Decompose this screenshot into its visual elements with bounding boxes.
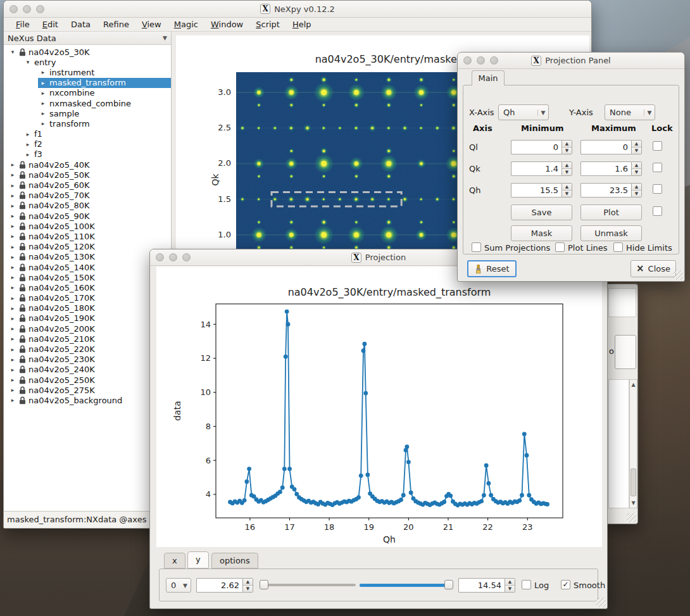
qk-min-spinbox[interactable]: 1.4 ▲▼	[511, 161, 572, 176]
tree-item-na04v2o5_50K[interactable]: ▸na04v2o5_50K	[4, 170, 171, 180]
maximize-window-button[interactable]	[182, 253, 191, 261]
expander-closed-icon[interactable]: ▸	[9, 397, 16, 403]
tree-item-na04v2o5_110K[interactable]: ▸na04v2o5_110K	[4, 231, 171, 241]
tree-item-sample[interactable]: ▸sample	[4, 108, 171, 118]
projection-panel-titlebar[interactable]: X Projection Panel	[458, 53, 684, 69]
tree-item-na04v2o5_130K[interactable]: ▸na04v2o5_130K	[4, 252, 171, 262]
qk-max-spinbox[interactable]: 1.6 ▲▼	[580, 161, 642, 176]
expander-closed-icon[interactable]: ▸	[9, 161, 16, 168]
tree-item-nxcombine[interactable]: ▸nxcombine	[4, 88, 171, 98]
expander-closed-icon[interactable]: ▸	[9, 254, 16, 260]
expander-closed-icon[interactable]: ▸	[9, 377, 16, 383]
expander-closed-icon[interactable]: ▸	[9, 336, 16, 342]
tree-item-na04v2o5_180K[interactable]: ▸na04v2o5_180K	[4, 303, 171, 313]
tree-item-f2[interactable]: ▸f2	[4, 139, 171, 149]
spin-buttons[interactable]: ▲▼	[631, 140, 642, 154]
close-window-button[interactable]	[9, 5, 18, 13]
smooth-checkbox[interactable]: ✓	[561, 580, 570, 589]
qh-max-spinbox[interactable]: 23.5 ▲▼	[580, 183, 642, 198]
tree-item-instrument[interactable]: ▸instrument	[4, 67, 171, 77]
tree-item-na04v2o5_160K[interactable]: ▸na04v2o5_160K	[4, 282, 171, 292]
expander-closed-icon[interactable]: ▸	[9, 264, 16, 270]
tree-item-f1[interactable]: ▸f1	[4, 129, 171, 139]
axis-index-combobox[interactable]: 0 ▼	[166, 578, 191, 593]
resize-grip[interactable]	[627, 513, 636, 522]
tree-item-na04v2o5_140K[interactable]: ▸na04v2o5_140K	[4, 262, 171, 272]
minimize-window-button[interactable]	[477, 56, 485, 65]
expander-closed-icon[interactable]: ▸	[24, 151, 32, 158]
menu-help[interactable]: Help	[287, 18, 317, 30]
close-window-button[interactable]	[463, 56, 472, 65]
tree-item-na04v2o5_background[interactable]: ▸na04v2o5_background	[4, 395, 171, 405]
slider-groove[interactable]	[260, 584, 356, 586]
tree-item-na04v2o5_230K[interactable]: ▸na04v2o5_230K	[4, 355, 171, 365]
expander-closed-icon[interactable]: ▸	[9, 233, 16, 239]
mask-button[interactable]: Mask	[511, 225, 572, 241]
tree-item-nxmasked_combine[interactable]: ▸nxmasked_combine	[4, 98, 171, 108]
qk-lock-checkbox[interactable]	[653, 163, 662, 172]
tree-item-na04v2o5_240K[interactable]: ▸na04v2o5_240K	[4, 365, 171, 375]
tree-item-na04v2o5_275K[interactable]: ▸na04v2o5_275K	[4, 385, 171, 395]
tree-item-na04v2o5_200K[interactable]: ▸na04v2o5_200K	[4, 324, 171, 334]
qh-min-spinbox[interactable]: 15.5 ▲▼	[511, 183, 572, 198]
tree-item-na04v2o5_40K[interactable]: ▸na04v2o5_40K	[4, 160, 171, 170]
log-checkbox[interactable]	[522, 580, 531, 589]
scrollbar-thumb[interactable]	[630, 468, 636, 496]
expander-closed-icon[interactable]: ▸	[9, 387, 16, 393]
expander-closed-icon[interactable]: ▸	[9, 203, 16, 209]
menu-window[interactable]: Window	[205, 18, 249, 30]
expander-closed-icon[interactable]: ▸	[9, 295, 16, 301]
tree-item-na04v2o5_90K[interactable]: ▸na04v2o5_90K	[4, 211, 171, 221]
expander-closed-icon[interactable]: ▸	[9, 284, 16, 291]
tree-item-na04v2o5_170K[interactable]: ▸na04v2o5_170K	[4, 293, 171, 303]
resize-grip[interactable]	[674, 270, 683, 280]
qh-lock-checkbox[interactable]	[653, 184, 662, 194]
spin-buttons[interactable]: ▲▼	[505, 578, 515, 593]
expander-closed-icon[interactable]: ▸	[9, 356, 16, 363]
vertical-scrollbar[interactable]: ▲ ▼	[629, 379, 637, 508]
ql-min-spinbox[interactable]: 0 ▲▼	[511, 140, 572, 154]
slider-groove[interactable]	[360, 584, 453, 587]
spin-buttons[interactable]: ▲▼	[561, 140, 572, 154]
tree-item-transform[interactable]: ▸transform	[4, 118, 171, 129]
tab-main[interactable]: Main	[472, 70, 505, 85]
expander-closed-icon[interactable]: ▸	[9, 346, 16, 353]
expander-closed-icon[interactable]: ▸	[39, 100, 47, 106]
max-spinbox[interactable]: 14.54 ▲▼	[458, 578, 515, 593]
tree-item-na04v2o5_30K[interactable]: ▾na04v2o5_30K	[4, 47, 171, 57]
menu-view[interactable]: View	[136, 18, 167, 30]
save-button[interactable]: Save	[511, 204, 572, 220]
x-axis-combobox[interactable]: Qh ▼	[498, 104, 549, 120]
expander-closed-icon[interactable]: ▸	[39, 90, 47, 96]
tree-item-na04v2o5_80K[interactable]: ▸na04v2o5_80K	[4, 201, 171, 211]
tree-item-na04v2o5_210K[interactable]: ▸na04v2o5_210K	[4, 334, 171, 344]
max-slider[interactable]	[360, 578, 453, 592]
maximize-window-button[interactable]	[490, 56, 498, 65]
resize-grip[interactable]	[596, 598, 606, 607]
menu-refine[interactable]: Refine	[97, 18, 135, 30]
tab-x[interactable]: x	[164, 553, 185, 569]
expander-closed-icon[interactable]: ▸	[24, 141, 32, 148]
expander-open-icon[interactable]: ▾	[9, 49, 16, 55]
projection-plot[interactable]: na04v2o5_30K/entry/masked_transformdataQ…	[156, 267, 602, 547]
spin-buttons[interactable]: ▲▼	[561, 161, 572, 176]
ql-max-spinbox[interactable]: 0 ▲▼	[580, 140, 642, 154]
spin-buttons[interactable]: ▲▼	[631, 161, 642, 176]
tree-item-na04v2o5_70K[interactable]: ▸na04v2o5_70K	[4, 191, 171, 201]
ql-lock-checkbox[interactable]	[653, 141, 662, 151]
expander-closed-icon[interactable]: ▸	[9, 274, 16, 280]
menu-data[interactable]: Data	[65, 18, 96, 30]
expander-closed-icon[interactable]: ▸	[39, 80, 47, 86]
expander-closed-icon[interactable]: ▸	[9, 192, 16, 199]
tab-y[interactable]: y	[187, 551, 209, 569]
tab-options[interactable]: options	[211, 553, 258, 569]
expander-closed-icon[interactable]: ▸	[9, 244, 16, 250]
tree-item-na04v2o5_60K[interactable]: ▸na04v2o5_60K	[4, 180, 171, 190]
minimize-window-button[interactable]	[169, 253, 177, 261]
expander-closed-icon[interactable]: ▸	[9, 325, 16, 332]
tree-item-na04v2o5_250K[interactable]: ▸na04v2o5_250K	[4, 375, 171, 385]
tree-item-na04v2o5_120K[interactable]: ▸na04v2o5_120K	[4, 242, 171, 252]
hide-limits-checkbox[interactable]	[613, 242, 623, 252]
plot-lock-checkbox[interactable]	[653, 206, 662, 216]
expander-closed-icon[interactable]: ▸	[9, 223, 16, 229]
